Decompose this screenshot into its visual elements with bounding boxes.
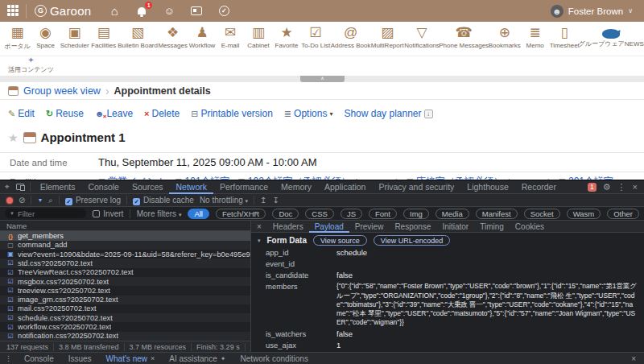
request-row-get-members[interactable]: {}get_members bbox=[0, 231, 250, 240]
app-memo[interactable]: ≣Memo bbox=[523, 25, 547, 49]
request-row[interactable]: ☑workflow.css?20250702.text bbox=[0, 322, 250, 331]
request-row[interactable]: ☑TreeViewReact.css?20250702.text bbox=[0, 268, 250, 277]
tab-preview[interactable]: Preview bbox=[349, 221, 390, 233]
invert-checkbox[interactable]: Invert bbox=[93, 209, 123, 218]
delete-button[interactable]: ×Delete bbox=[144, 108, 180, 119]
app-email[interactable]: ✉E-mail bbox=[218, 25, 242, 49]
preserve-log-checkbox[interactable]: ✓Preserve log bbox=[65, 196, 121, 205]
clear-network-log-icon[interactable]: ⊘ bbox=[19, 196, 25, 205]
drawer-tab-issues[interactable]: Issues bbox=[61, 354, 99, 363]
filter-pill-css[interactable]: CSS bbox=[305, 209, 334, 219]
app-todo-list[interactable]: ☑To-Do List bbox=[303, 25, 328, 49]
filter-pill-media[interactable]: Media bbox=[436, 209, 469, 219]
error-count-badge[interactable]: 1 bbox=[588, 183, 597, 192]
tab-memory[interactable]: Memory bbox=[275, 180, 318, 194]
filter-pill-js[interactable]: JS bbox=[341, 209, 362, 219]
filter-pill-wasm[interactable]: Wasm bbox=[567, 209, 601, 219]
portal-layout-icon[interactable] bbox=[190, 5, 203, 18]
tab-initiator[interactable]: Initiator bbox=[436, 221, 474, 233]
app-multireport[interactable]: ▨MultiReport bbox=[373, 25, 402, 49]
app-launcher-icon[interactable] bbox=[7, 5, 19, 17]
tab-lighthouse[interactable]: Lighthouse bbox=[460, 180, 514, 194]
app-workflow[interactable]: ♟Workflow bbox=[190, 25, 214, 49]
tab-elements[interactable]: Elements bbox=[34, 180, 82, 194]
kebab-menu-icon[interactable]: ⋮ bbox=[617, 182, 626, 192]
filter-pill-other[interactable]: Other bbox=[607, 209, 639, 219]
export-har-icon[interactable]: ↧ bbox=[273, 196, 279, 205]
collapse-handle[interactable]: ∧ bbox=[300, 76, 345, 82]
tab-payload[interactable]: Payload bbox=[309, 221, 349, 233]
tab-headers[interactable]: Headers bbox=[267, 221, 309, 233]
search-icon[interactable]: ⌕ bbox=[48, 196, 53, 205]
options-button[interactable]: ≣Options▾ bbox=[284, 108, 333, 119]
tab-recorder[interactable]: Recorder bbox=[515, 180, 563, 194]
drawer-tab-console[interactable]: Console bbox=[17, 354, 61, 363]
close-tab-icon[interactable]: × bbox=[151, 354, 155, 362]
device-toolbar-icon[interactable] bbox=[16, 184, 24, 190]
edit-button[interactable]: ✎Edit bbox=[8, 108, 35, 119]
tab-response[interactable]: Response bbox=[389, 221, 436, 233]
request-row[interactable]: ▢command_add bbox=[0, 241, 250, 250]
app-space[interactable]: ◉Space bbox=[34, 25, 58, 49]
breadcrumb-group-week-view[interactable]: Group week view bbox=[23, 85, 101, 97]
filter-pill-socket[interactable]: Socket bbox=[524, 209, 560, 219]
katsuyo-contents-link[interactable]: ✦ 活用コンテンツ bbox=[8, 56, 54, 74]
request-row[interactable]: ☑treeview.css?20250702.text bbox=[0, 286, 250, 295]
tab-timing[interactable]: Timing bbox=[474, 221, 510, 233]
collapse-caret-icon[interactable]: ▾ bbox=[258, 238, 261, 244]
request-row[interactable]: ☑std.css?20250702.text bbox=[0, 259, 250, 267]
drawer-kebab-icon[interactable]: ⋮ bbox=[0, 354, 17, 362]
garoon-logo[interactable]: G Garoon bbox=[35, 4, 91, 18]
app-bulletin-board[interactable]: ▧Bulletin Board bbox=[120, 25, 156, 49]
request-row[interactable]: ☑image_grn.css?20250702.text bbox=[0, 296, 250, 304]
filter-pill-all[interactable]: All bbox=[188, 209, 209, 219]
request-row[interactable]: ▣view?event=1090&bdate=2025-09-11&uid=58… bbox=[0, 250, 250, 259]
request-row[interactable]: ☑msgbox.css?20250702.text bbox=[0, 277, 250, 286]
app-notifications[interactable]: ▽Notifications bbox=[406, 25, 437, 49]
drawer-tab-whats-new[interactable]: What's new× bbox=[99, 354, 163, 363]
app-timesheet[interactable]: ▯Timesheet bbox=[551, 25, 578, 49]
name-column-header[interactable]: Name bbox=[0, 221, 250, 231]
task-check-icon[interactable]: ✓ bbox=[217, 5, 230, 18]
drawer-tab-network-conditions[interactable]: Network conditions bbox=[233, 354, 315, 363]
app-facilities[interactable]: ▤Facilities bbox=[92, 25, 116, 49]
app-portal[interactable]: ▦ポータル bbox=[6, 25, 30, 51]
tab-application[interactable]: Application bbox=[318, 180, 372, 194]
tab-sources[interactable]: Sources bbox=[126, 180, 170, 194]
home-icon[interactable]: ⌂ bbox=[108, 5, 121, 18]
notifications-bell-icon[interactable]: 1 bbox=[135, 5, 148, 18]
close-devtools-icon[interactable]: × bbox=[633, 182, 638, 192]
more-filters-dropdown[interactable]: More filters ▾ bbox=[137, 209, 182, 218]
tab-privacy-security[interactable]: Privacy and security bbox=[372, 180, 460, 194]
app-cabinet[interactable]: ▥Cabinet bbox=[246, 25, 270, 49]
settings-gear-icon[interactable]: ⚙ bbox=[603, 182, 611, 192]
filter-input[interactable] bbox=[18, 209, 81, 218]
reuse-button[interactable]: ↻Reuse bbox=[46, 108, 84, 119]
import-har-icon[interactable]: ↥ bbox=[260, 196, 266, 205]
star-icon[interactable]: ★ bbox=[8, 131, 19, 144]
view-source-button[interactable]: View source bbox=[313, 235, 367, 246]
request-row[interactable]: ☑notification.css?20250702.text bbox=[0, 332, 250, 341]
record-network-log-button[interactable] bbox=[6, 197, 13, 204]
app-bookmarks[interactable]: ⊕Bookmarks bbox=[490, 25, 519, 49]
disable-cache-checkbox[interactable]: ✓Disable cache bbox=[133, 196, 194, 205]
filter-pill-fetch-xhr[interactable]: Fetch/XHR bbox=[216, 209, 266, 219]
printable-version-button[interactable]: ⊟Printable version bbox=[191, 108, 273, 119]
app-groupware-news[interactable]: グループウェアNEWS bbox=[582, 25, 641, 48]
leave-button[interactable]: ☻Leave bbox=[95, 108, 133, 119]
filter-pill-img[interactable]: Img bbox=[403, 209, 429, 219]
drawer-tab-ai-assistance[interactable]: AI assistance✦ bbox=[162, 354, 233, 363]
filter-pill-doc[interactable]: Doc bbox=[272, 209, 299, 219]
tab-performance[interactable]: Performance bbox=[213, 180, 275, 194]
filter-funnel-icon[interactable]: ▼ bbox=[37, 197, 43, 203]
show-day-planner-button[interactable]: Show day planner↓ bbox=[344, 108, 432, 119]
tab-network[interactable]: Network bbox=[169, 180, 213, 194]
app-favorite[interactable]: ★Favorite bbox=[275, 25, 299, 49]
app-address-book[interactable]: @Address Book bbox=[332, 25, 369, 49]
filter-input-box[interactable]: ▼ bbox=[5, 209, 86, 218]
close-detail-icon[interactable]: × bbox=[251, 222, 267, 231]
filter-pill-font[interactable]: Font bbox=[369, 209, 397, 219]
inspect-element-icon[interactable]: ⌖ bbox=[0, 182, 14, 192]
tab-cookies[interactable]: Cookies bbox=[510, 221, 550, 233]
filter-pill-manifest[interactable]: Manifest bbox=[476, 209, 518, 219]
